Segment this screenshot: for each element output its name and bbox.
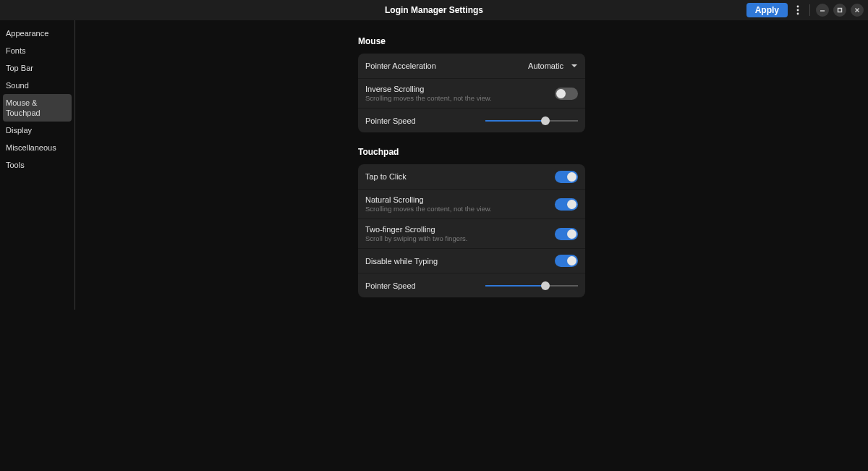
header-controls: Apply — [746, 3, 864, 17]
natural-scrolling-toggle[interactable] — [555, 198, 578, 211]
sidebar-item-label: Top Bar — [6, 64, 33, 72]
row-natural-scrolling: Natural Scrolling Scrolling moves the co… — [358, 189, 585, 218]
minimize-icon — [820, 7, 825, 13]
tap-to-click-toggle[interactable] — [555, 171, 578, 183]
sidebar-item-label: Mouse & Touchpad — [6, 98, 41, 117]
content-area: Mouse Pointer Acceleration Automatic — [75, 20, 868, 471]
mouse-pointer-speed-label: Pointer Speed — [365, 116, 485, 125]
section-title-mouse: Mouse — [358, 36, 585, 46]
touchpad-pointer-speed-label: Pointer Speed — [365, 281, 485, 290]
inverse-scrolling-toggle[interactable] — [555, 88, 578, 100]
menu-button[interactable] — [792, 3, 804, 17]
sidebar-item-label: Appearance — [6, 29, 48, 38]
natural-scrolling-label: Natural Scrolling — [365, 195, 555, 204]
section-title-touchpad: Touchpad — [358, 147, 585, 157]
inverse-scrolling-sub: Scrolling moves the content, not the vie… — [365, 94, 555, 102]
sidebar-item-label: Display — [6, 126, 32, 135]
sidebar-item-label: Fonts — [6, 46, 26, 55]
minimize-button[interactable] — [816, 4, 829, 17]
sidebar-item-label: Tools — [6, 161, 25, 169]
sidebar-item-display[interactable]: Display — [0, 122, 75, 139]
two-finger-scrolling-toggle[interactable] — [555, 228, 578, 240]
mouse-pointer-speed-slider[interactable] — [485, 116, 578, 126]
sidebar: Appearance Fonts Top Bar Sound Mouse & T… — [0, 20, 75, 310]
row-pointer-acceleration: Pointer Acceleration Automatic — [358, 54, 585, 78]
two-finger-scrolling-sub: Scroll by swiping with two fingers. — [365, 234, 555, 242]
kebab-icon — [796, 5, 799, 15]
row-mouse-pointer-speed: Pointer Speed — [358, 108, 585, 132]
separator — [809, 4, 810, 16]
maximize-button[interactable] — [833, 4, 846, 17]
svg-point-1 — [797, 9, 799, 12]
maximize-icon — [837, 7, 843, 13]
svg-rect-4 — [838, 9, 842, 12]
tap-to-click-label: Tap to Click — [365, 172, 555, 181]
chevron-down-icon — [571, 62, 578, 69]
row-two-finger-scrolling: Two-finger Scrolling Scroll by swiping w… — [358, 218, 585, 248]
touchpad-card: Tap to Click Natural Scrolling Scrolling… — [358, 164, 585, 297]
apply-button[interactable]: Apply — [746, 3, 788, 17]
svg-point-0 — [797, 6, 799, 8]
close-icon — [854, 7, 860, 13]
disable-while-typing-toggle[interactable] — [555, 255, 578, 267]
row-disable-while-typing: Disable while Typing — [358, 248, 585, 273]
sidebar-item-top-bar[interactable]: Top Bar — [0, 59, 75, 77]
svg-point-2 — [797, 13, 799, 15]
two-finger-scrolling-label: Two-finger Scrolling — [365, 225, 555, 234]
row-touchpad-pointer-speed: Pointer Speed — [358, 273, 585, 297]
disable-while-typing-label: Disable while Typing — [365, 257, 555, 266]
touchpad-pointer-speed-slider[interactable] — [485, 281, 578, 291]
dropdown-value: Automatic — [528, 61, 563, 70]
row-inverse-scrolling: Inverse Scrolling Scrolling moves the co… — [358, 78, 585, 108]
sidebar-item-appearance[interactable]: Appearance — [0, 25, 75, 42]
inverse-scrolling-label: Inverse Scrolling — [365, 85, 555, 93]
sidebar-item-mouse-touchpad[interactable]: Mouse & Touchpad — [3, 94, 72, 122]
close-button[interactable] — [851, 4, 864, 17]
sidebar-item-sound[interactable]: Sound — [0, 77, 75, 94]
sidebar-item-label: Sound — [6, 81, 29, 90]
pointer-acceleration-label: Pointer Acceleration — [365, 61, 528, 70]
row-tap-to-click: Tap to Click — [358, 164, 585, 189]
pointer-acceleration-dropdown[interactable]: Automatic — [528, 61, 578, 70]
sidebar-item-fonts[interactable]: Fonts — [0, 42, 75, 59]
natural-scrolling-sub: Scrolling moves the content, not the vie… — [365, 205, 555, 213]
header-bar: Login Manager Settings Apply — [0, 0, 868, 20]
sidebar-item-label: Miscellaneous — [6, 143, 56, 152]
sidebar-item-tools[interactable]: Tools — [0, 156, 75, 174]
mouse-card: Pointer Acceleration Automatic Inverse — [358, 54, 585, 132]
window-title: Login Manager Settings — [385, 5, 483, 15]
sidebar-item-miscellaneous[interactable]: Miscellaneous — [0, 139, 75, 156]
